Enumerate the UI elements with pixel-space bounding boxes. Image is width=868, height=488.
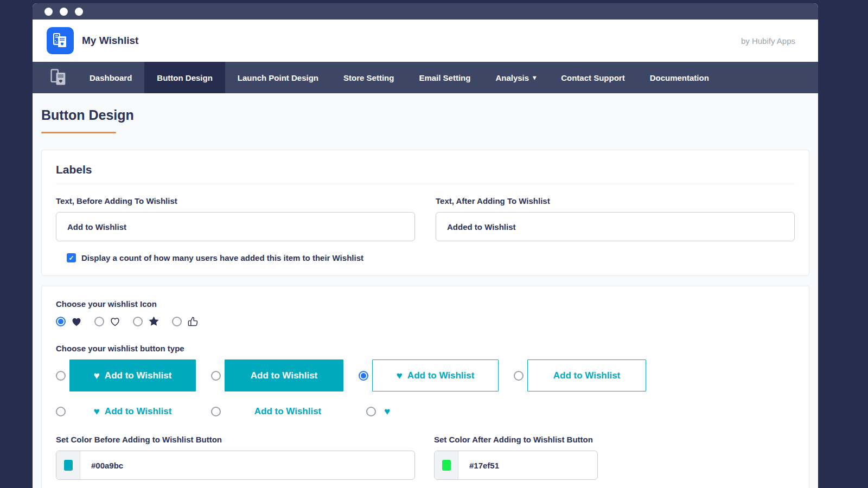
app-window: My Wishlist by Hubify Apps Dashboard But… <box>33 3 818 488</box>
icon-radio-heart-outline[interactable] <box>94 317 104 326</box>
window-control-dot[interactable] <box>75 8 83 16</box>
button-type-row-2: ♥ Add to Wishlist Add to Wishlist ♥ <box>56 406 795 418</box>
text-after-input[interactable] <box>436 212 795 241</box>
text-after-label: Text, After Adding To Wishlist <box>436 196 795 206</box>
button-type-option-link: Add to Wishlist <box>211 406 351 417</box>
wishlist-button-text: Add to Wishlist <box>105 406 172 417</box>
button-type-radio-icon-only[interactable] <box>366 407 376 416</box>
color-after-swatch-cell[interactable] <box>435 451 458 479</box>
button-type-option-outline: Add to Wishlist <box>514 359 646 391</box>
chevron-down-icon: ▾ <box>533 74 536 81</box>
color-before-swatch[interactable] <box>64 460 73 471</box>
color-settings-row: Set Color Before Adding to Wishlist Butt… <box>56 435 795 480</box>
icon-chooser <box>56 315 795 328</box>
divider <box>56 184 795 184</box>
labels-card-heading: Labels <box>56 163 795 176</box>
heart-filled-icon <box>71 316 82 328</box>
nav-item-analysis-label: Analysis <box>495 73 529 82</box>
wishlist-button-text: Add to Wishlist <box>553 370 621 381</box>
nav-item-store-setting[interactable]: Store Setting <box>331 62 406 93</box>
main-content: Button Design Labels Text, Before Adding… <box>33 93 818 488</box>
count-checkbox-label: Display a count of how many users have a… <box>81 253 363 262</box>
button-type-option-solid: Add to Wishlist <box>211 359 343 391</box>
labels-card: Labels Text, Before Adding To Wishlist T… <box>41 150 809 276</box>
count-checkbox[interactable]: ✓ <box>67 253 76 262</box>
heart-icon: ♥ <box>397 370 403 382</box>
color-after-swatch[interactable] <box>442 460 451 471</box>
wishlist-button-preview-solid-icon[interactable]: ♥ Add to Wishlist <box>69 359 196 391</box>
wishlist-button-text: Add to Wishlist <box>251 370 318 381</box>
heart-outline-icon <box>109 316 121 328</box>
nav-item-launch-point-design[interactable]: Launch Point Design <box>225 62 331 93</box>
button-type-radio-outline[interactable] <box>514 371 524 381</box>
count-checkbox-row: ✓ Display a count of how many users have… <box>67 253 795 262</box>
color-before-swatch-cell[interactable] <box>56 451 80 479</box>
color-before-input[interactable]: #00a9bc <box>56 451 415 480</box>
wishlist-logo-icon <box>51 31 69 50</box>
icon-radio-star[interactable] <box>133 317 143 326</box>
icon-option-heart-outline <box>94 316 121 328</box>
wishlist-link-preview[interactable]: Add to Wishlist <box>225 406 351 417</box>
window-control-dot[interactable] <box>60 8 68 16</box>
button-type-label: Choose your wishlist button type <box>56 344 795 353</box>
button-type-option-icon-only: ♥ <box>366 406 390 418</box>
button-type-option-outline-icon: ♥ Add to Wishlist <box>359 359 499 391</box>
heart-icon[interactable]: ♥ <box>384 406 390 418</box>
app-header: My Wishlist by Hubify Apps <box>33 20 818 62</box>
color-after-label: Set Color After Adding to Wishlist Butto… <box>434 435 598 444</box>
nav-item-analysis[interactable]: Analysis ▾ <box>483 62 548 93</box>
wishlist-button-text: Add to Wishlist <box>407 370 475 381</box>
button-type-radio-link-icon[interactable] <box>56 407 66 416</box>
app-logo <box>47 27 74 54</box>
color-after-input[interactable]: #17ef51 <box>434 451 598 480</box>
button-type-radio-solid-icon[interactable] <box>56 371 66 381</box>
window-control-dot[interactable] <box>44 8 53 16</box>
star-icon <box>148 315 160 328</box>
app-title: My Wishlist <box>82 35 138 47</box>
check-icon: ✓ <box>68 254 74 262</box>
text-before-field-group: Text, Before Adding To Wishlist <box>56 196 415 241</box>
wishlist-logo-icon <box>48 67 69 88</box>
icon-radio-thumbs-up[interactable] <box>172 317 182 326</box>
icon-option-thumbs-up <box>172 316 199 328</box>
text-before-input[interactable] <box>56 212 415 241</box>
color-before-value[interactable]: #00a9bc <box>80 451 123 479</box>
color-before-label: Set Color Before Adding to Wishlist Butt… <box>56 435 415 444</box>
color-before-group: Set Color Before Adding to Wishlist Butt… <box>56 435 415 480</box>
heart-icon: ♥ <box>94 370 100 382</box>
nav-item-documentation[interactable]: Documentation <box>637 62 722 93</box>
text-before-label: Text, Before Adding To Wishlist <box>56 196 415 206</box>
color-after-group: Set Color After Adding to Wishlist Butto… <box>434 435 598 480</box>
thumbs-up-icon <box>187 316 199 328</box>
wishlist-button-text: Add to Wishlist <box>254 406 322 417</box>
nav-item-contact-support[interactable]: Contact Support <box>548 62 637 93</box>
button-type-option-solid-icon: ♥ Add to Wishlist <box>56 359 196 391</box>
button-design-card: Choose your wishlist Icon <box>41 286 809 488</box>
nav-logo <box>47 66 71 89</box>
wishlist-button-preview-outline[interactable]: Add to Wishlist <box>527 359 646 391</box>
window-titlebar <box>33 3 818 20</box>
wishlist-link-preview-icon[interactable]: ♥ Add to Wishlist <box>69 406 196 418</box>
app-byline: by Hubify Apps <box>741 36 795 46</box>
button-type-radio-solid[interactable] <box>211 371 221 381</box>
nav-item-email-setting[interactable]: Email Setting <box>406 62 483 93</box>
button-type-radio-outline-icon[interactable] <box>359 371 368 381</box>
icon-option-star <box>133 315 160 328</box>
icon-chooser-label: Choose your wishlist Icon <box>56 299 795 309</box>
heart-icon: ♥ <box>94 406 100 418</box>
color-after-value[interactable]: #17ef51 <box>458 451 499 479</box>
wishlist-button-preview-outline-icon[interactable]: ♥ Add to Wishlist <box>372 359 499 391</box>
button-type-radio-link[interactable] <box>211 407 221 416</box>
main-nav: Dashboard Button Design Launch Point Des… <box>33 62 818 93</box>
wishlist-button-text: Add to Wishlist <box>105 370 172 381</box>
text-after-field-group: Text, After Adding To Wishlist <box>436 196 795 241</box>
button-type-row-1: ♥ Add to Wishlist Add to Wishlist ♥ Add … <box>56 359 795 391</box>
icon-option-heart-filled <box>56 316 82 328</box>
page-title: Button Design <box>41 107 809 123</box>
title-underline <box>41 132 116 133</box>
button-type-option-link-icon: ♥ Add to Wishlist <box>56 406 196 418</box>
wishlist-button-preview-solid[interactable]: Add to Wishlist <box>225 359 343 391</box>
nav-item-button-design[interactable]: Button Design <box>144 62 225 93</box>
icon-radio-heart-filled[interactable] <box>56 317 66 326</box>
nav-item-dashboard[interactable]: Dashboard <box>77 62 144 93</box>
